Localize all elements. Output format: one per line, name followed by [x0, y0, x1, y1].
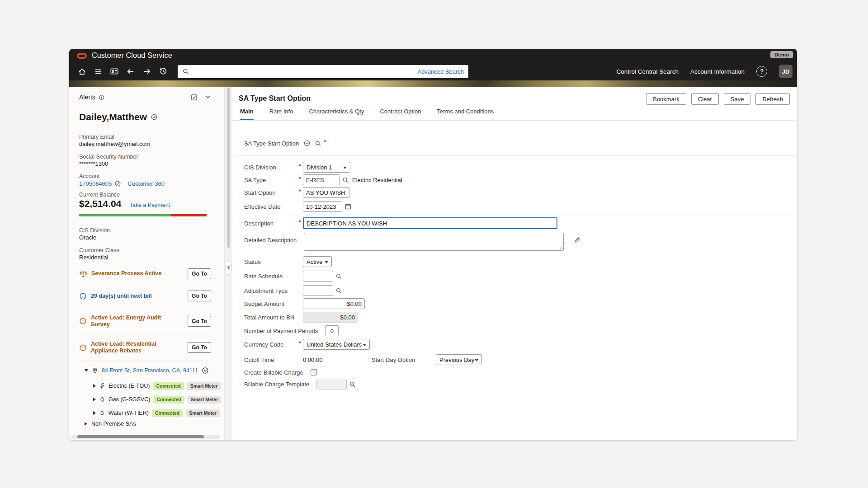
home-icon[interactable] [74, 64, 90, 79]
search-icon [182, 68, 189, 75]
expand-arrow-icon[interactable] [85, 369, 88, 372]
tab-bar: Main Rate Info Characteristics & Qty Con… [240, 108, 494, 120]
account-number-link[interactable]: 1705064605 [79, 180, 112, 187]
goto-button[interactable]: Go To [188, 291, 211, 301]
currency-code-value: United States Dollars [307, 341, 362, 348]
bookmark-button[interactable]: Bookmark [646, 93, 686, 105]
premise-address-link[interactable]: 84 Front St, San Francisco, CA, 94111 [102, 367, 198, 374]
history-icon[interactable] [155, 64, 171, 79]
field-label: Rate Schedule [244, 273, 297, 280]
tab-contract-option[interactable]: Contract Option [380, 108, 421, 120]
premise-menu-icon[interactable] [202, 367, 209, 374]
balance-bar [79, 214, 207, 216]
create-billable-charge-checkbox[interactable] [311, 369, 317, 375]
goto-button[interactable]: Go To [188, 316, 211, 327]
alert-row-severance: Severance Process Active Go To [79, 263, 211, 284]
rate-schedule-input[interactable] [303, 271, 333, 282]
tab-main[interactable]: Main [240, 108, 254, 120]
alerts-select-icon[interactable] [191, 94, 198, 101]
goto-button[interactable]: Go To [188, 342, 211, 353]
advanced-search-link[interactable]: Advanced Search [417, 68, 464, 75]
start-option-input[interactable] [303, 187, 349, 198]
section-divider [232, 215, 797, 215]
refresh-button[interactable]: Refresh [755, 93, 790, 105]
sidebar-vertical-scrollbar[interactable] [227, 87, 230, 248]
status-select[interactable]: Active [303, 256, 332, 267]
help-icon[interactable]: ? [756, 66, 767, 77]
chevron-down-icon[interactable] [205, 94, 211, 100]
adjustment-type-input[interactable] [303, 285, 333, 296]
resize-handle[interactable] [559, 246, 563, 250]
current-balance-label: Current Balance [79, 192, 120, 198]
rate-schedule-search-icon[interactable] [335, 273, 342, 280]
required-marker: * [321, 139, 328, 145]
title-bar: Customer Cloud Service Demo [69, 49, 797, 62]
expand-icon[interactable] [93, 411, 96, 415]
calendar-icon[interactable] [344, 203, 352, 210]
verified-icon[interactable] [151, 113, 158, 121]
account-badge-icon[interactable] [114, 180, 121, 187]
back-arrow-icon[interactable] [123, 64, 139, 79]
service-name[interactable]: Gas (G-SGSVC) [108, 396, 150, 403]
location-pin-icon [92, 367, 98, 374]
billable-charge-template-search-icon[interactable] [349, 381, 356, 388]
customer-360-link[interactable]: Customer 360 [127, 180, 165, 187]
detailed-description-textarea[interactable] [304, 233, 564, 251]
field-label: Billable Charge Template [244, 381, 310, 388]
adjustment-type-search-icon[interactable] [335, 287, 342, 294]
start-day-option-select[interactable]: Previous Day [436, 354, 482, 365]
field-label: Adjustment Type [244, 287, 297, 294]
account-information-link[interactable]: Account Information [690, 68, 745, 75]
cis-division-select[interactable]: Division 1 [303, 162, 350, 173]
expand-icon[interactable] [93, 398, 96, 401]
sa-type-input[interactable] [303, 174, 340, 185]
tab-characteristics-qty[interactable]: Characteristics & Qty [309, 108, 364, 120]
menu-icon[interactable] [90, 64, 106, 79]
budget-amount-input[interactable] [303, 298, 365, 309]
section-divider [232, 155, 797, 156]
billable-charge-template-input[interactable] [316, 379, 347, 389]
payment-periods-input[interactable] [325, 325, 339, 336]
required-marker: * [297, 175, 303, 182]
start-day-option-value: Previous Day [439, 357, 474, 363]
sa-type-start-option-label: SA Type Start Option [244, 140, 303, 147]
non-premise-row[interactable]: Non Premise SAs [85, 421, 136, 427]
tab-rate-info[interactable]: Rate Info [269, 108, 293, 120]
contact-card-icon[interactable] [106, 64, 123, 79]
effective-date-input[interactable] [303, 201, 342, 212]
service-name[interactable]: Water (W-TIER) [108, 410, 149, 416]
alert-row-next-bill: 20 day(s) until next bill Go To [79, 284, 211, 308]
meter-badge: Smart Meter [188, 396, 222, 404]
balance-amount: $2,514.04 [79, 198, 121, 209]
sa-type-search-icon[interactable] [342, 177, 349, 183]
context-check-icon[interactable] [303, 140, 311, 147]
field-row-status: Status Active [244, 256, 332, 267]
expand-icon[interactable] [85, 422, 87, 426]
forward-arrow-icon[interactable] [139, 64, 155, 79]
sidebar-horizontal-scrollbar[interactable] [71, 435, 220, 439]
electric-icon [99, 383, 105, 389]
global-search-input[interactable] [193, 68, 414, 75]
description-input[interactable] [303, 217, 557, 229]
service-name[interactable]: Electric (E-TOU) [108, 383, 150, 389]
edit-pencil-icon[interactable] [574, 236, 581, 244]
clear-button[interactable]: Clear [691, 93, 719, 105]
expand-icon[interactable] [93, 384, 96, 388]
take-payment-link[interactable]: Take a Payment [129, 202, 170, 208]
search-icon[interactable] [315, 140, 321, 147]
scrollbar-thumb[interactable] [77, 435, 204, 438]
user-avatar[interactable]: JD [779, 65, 793, 78]
control-central-search-link[interactable]: Control Central Search [617, 68, 679, 75]
save-button[interactable]: Save [724, 93, 751, 105]
tab-terms-conditions[interactable]: Terms and Conditions [437, 108, 494, 120]
goto-button[interactable]: Go To [188, 268, 211, 279]
field-row-effective-date: Effective Date [244, 201, 352, 212]
collapse-panel-handle[interactable] [226, 260, 232, 275]
required-marker: * [297, 219, 303, 225]
primary-email-value: dailey.matthew@ymail.com [79, 141, 150, 147]
field-row-budget-amount: Budget Amount [244, 298, 365, 310]
field-label: Start Option [244, 189, 297, 196]
start-day-option-label: Start Day Option [372, 357, 436, 363]
non-premise-label: Non Premise SAs [91, 421, 136, 427]
currency-code-select[interactable]: United States Dollars [303, 339, 370, 350]
